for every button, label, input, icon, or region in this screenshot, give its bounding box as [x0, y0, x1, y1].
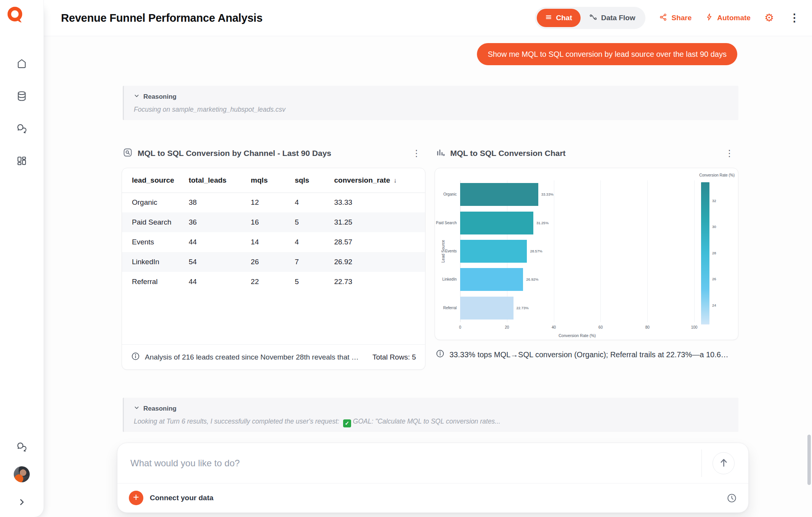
kebab-menu-icon[interactable]: ⋮: [722, 149, 737, 158]
table-cell: 33.33: [334, 193, 425, 212]
table-footer: Analysis of 216 leads created since Nove…: [122, 344, 425, 369]
chart-widget: MQL to SQL Conversion Chart ⋮ Lead Sourc…: [435, 145, 738, 370]
bar-chart-icon: [436, 148, 445, 159]
composer-actions-row: + Connect your data: [117, 483, 748, 512]
sidebar-item-chats[interactable]: [16, 123, 27, 134]
connect-data-label[interactable]: Connect your data: [150, 494, 213, 502]
chart-caption-row: 33.33% tops MQL→SQL conversion (Organic)…: [435, 349, 738, 360]
bar-value-label: 31.25%: [536, 221, 549, 225]
sidebar-expand-button[interactable]: [17, 497, 27, 507]
reasoning-toggle[interactable]: Reasoning: [134, 405, 729, 413]
app-window: Revenue Funnel Performance Analysis Chat: [0, 0, 812, 517]
column-header-label: lead_source: [132, 176, 174, 184]
automate-button[interactable]: Automate: [705, 13, 751, 23]
data-flow-tab[interactable]: Data Flow: [581, 13, 644, 23]
prompt-composer: + Connect your data: [117, 443, 749, 513]
total-rows-label: Total Rows: 5: [365, 353, 416, 361]
kebab-menu-icon[interactable]: ⋮: [409, 149, 424, 158]
send-button[interactable]: [713, 452, 735, 474]
reasoning-toggle[interactable]: Reasoning: [134, 93, 729, 101]
chart-gridline: [647, 180, 648, 322]
chart-x-tick-label: 60: [599, 325, 603, 329]
lightning-icon: [705, 13, 713, 23]
kebab-menu-icon[interactable]: ⋮: [788, 13, 801, 23]
user-message-text: Show me MQL to SQL conversion by lead so…: [488, 50, 727, 59]
app-logo-icon[interactable]: [5, 5, 24, 24]
column-header-label: total_leads: [189, 176, 226, 184]
chat-tab-label: Chat: [556, 14, 572, 22]
share-button[interactable]: Share: [659, 13, 692, 23]
table-row[interactable]: Referral4422522.73: [122, 272, 425, 292]
chevron-down-icon: [134, 405, 140, 413]
chart-x-tick-label: 0: [459, 325, 461, 329]
table-row[interactable]: LinkedIn5426726.92: [122, 252, 425, 272]
reasoning-text-before: Looking at Turn 6 results, I successfull…: [134, 417, 341, 425]
chart-category-label: Referral: [424, 306, 457, 310]
add-data-button[interactable]: +: [129, 491, 143, 505]
table-cell: 22.73: [334, 272, 425, 292]
table-widget-title: MQL to SQL Conversion by Channel - Last …: [138, 149, 331, 158]
colorbar-tick-label: 26: [712, 277, 716, 281]
table-cell: 5: [295, 272, 334, 292]
column-header-total_leads[interactable]: total_leads: [189, 168, 251, 193]
table-cell: 26: [251, 252, 295, 272]
column-header-mqls[interactable]: mqls: [251, 168, 295, 193]
check-mark-emoji: ✓: [343, 419, 351, 427]
bar-referral[interactable]: [460, 297, 514, 320]
settings-gear-icon[interactable]: ⚙: [764, 13, 774, 23]
table-row[interactable]: Events4414428.57: [122, 232, 425, 252]
chevron-right-icon: [17, 502, 27, 508]
table-cell: Organic: [122, 193, 189, 212]
bar-organic[interactable]: [460, 183, 538, 206]
table-cell: 54: [189, 252, 251, 272]
table-preview-icon: [123, 148, 133, 159]
chart-widget-title: MQL to SQL Conversion Chart: [450, 149, 566, 158]
table-cell: 44: [189, 232, 251, 252]
table-cell: Paid Search: [122, 212, 189, 232]
topbar: Revenue Funnel Performance Analysis Chat: [44, 0, 812, 36]
user-avatar[interactable]: [14, 466, 30, 482]
table-cell: 22: [251, 272, 295, 292]
table-cell: 12: [251, 193, 295, 212]
chevron-down-icon: [134, 93, 140, 101]
table-cell: 28.57: [334, 232, 425, 252]
scrollbar-thumb[interactable]: [807, 435, 811, 485]
info-icon: [131, 352, 140, 363]
sidebar-item-support-chat[interactable]: [16, 441, 27, 453]
table-cell: 44: [189, 272, 251, 292]
table-cell: 31.25: [334, 212, 425, 232]
colorbar-tick-label: 32: [712, 198, 716, 202]
reasoning-label: Reasoning: [143, 405, 177, 413]
chat-tab[interactable]: Chat: [537, 9, 580, 27]
composer-divider: [701, 450, 702, 477]
table-cell: Referral: [122, 272, 189, 292]
colorbar-tick-label: 24: [712, 303, 716, 307]
table-row[interactable]: Organic3812433.33: [122, 193, 425, 212]
bar-value-label: 26.92%: [526, 277, 538, 281]
dashboard-grid-icon: [16, 161, 27, 168]
bar-value-label: 33.33%: [541, 192, 554, 196]
column-header-conversion_rate[interactable]: conversion_rate↓: [334, 168, 425, 193]
table-widget: MQL to SQL Conversion by Channel - Last …: [122, 145, 425, 370]
sidebar-item-home[interactable]: [16, 58, 27, 69]
table-cell: 16: [251, 212, 295, 232]
table-cell: LinkedIn: [122, 252, 189, 272]
table-row[interactable]: Paid Search3616531.25: [122, 212, 425, 232]
chart-category-label: Organic: [424, 192, 457, 196]
history-clock-icon[interactable]: [727, 493, 737, 503]
chart-gridline: [600, 180, 601, 322]
sort-desc-icon[interactable]: ↓: [393, 177, 397, 184]
bar-events[interactable]: [460, 240, 527, 263]
column-header-sqls[interactable]: sqls: [295, 168, 334, 193]
column-header-lead_source[interactable]: lead_source: [122, 168, 189, 193]
chart-widget-header: MQL to SQL Conversion Chart ⋮: [435, 145, 738, 162]
sidebar-item-dashboards[interactable]: [16, 155, 27, 167]
sidebar-item-data[interactable]: [16, 90, 27, 102]
column-header-label: conversion_rate: [334, 176, 390, 184]
topbar-actions: Chat Data Flow: [535, 7, 801, 29]
bar-paid-search[interactable]: [460, 212, 533, 234]
chart-x-tick-label: 80: [645, 325, 650, 329]
prompt-input[interactable]: [130, 458, 695, 469]
bar-linkedin[interactable]: [460, 268, 523, 291]
arrow-up-icon: [719, 458, 729, 469]
